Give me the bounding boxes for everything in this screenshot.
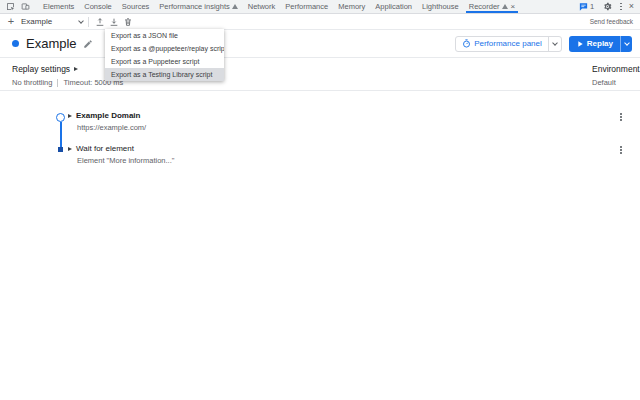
settings-gear-icon[interactable]	[601, 1, 613, 13]
summary-divider	[57, 79, 58, 87]
menu-item-export-testing-library[interactable]: Export as a Testing Library script	[105, 68, 224, 81]
replay-button[interactable]: Replay	[569, 36, 632, 52]
environment-value: Default	[592, 78, 616, 87]
tab-recorder[interactable]: Recorder ×	[464, 0, 521, 13]
chevron-down-icon	[552, 40, 558, 46]
export-menu: Export as a JSON file Export as a @puppe…	[105, 29, 224, 81]
feedback-bubble-icon	[579, 3, 588, 11]
expand-caret-icon[interactable]	[68, 147, 72, 151]
create-recording-button[interactable]: +	[6, 16, 16, 27]
menu-item-export-json[interactable]: Export as a JSON file	[105, 29, 224, 42]
replay-settings-label: Replay settings	[12, 64, 70, 74]
issues-count: 1	[590, 2, 594, 11]
replay-settings-toggle[interactable]: Replay settings	[12, 64, 78, 74]
step-menu-icon[interactable]	[620, 146, 622, 154]
performance-panel-menu-arrow[interactable]	[548, 37, 561, 51]
menu-item-export-puppeteer-replay[interactable]: Export as a @puppeteer/replay script	[105, 42, 224, 55]
recorder-toolbar: + Example Send feedback	[0, 14, 640, 30]
step-detail: https://example.com/	[77, 123, 146, 132]
recording-dot-icon	[12, 40, 19, 47]
step-wait-for-element[interactable]: Wait for element Element "More informati…	[68, 144, 174, 165]
devtools-window: Elements Console Sources Performance ins…	[0, 0, 640, 400]
tab-performance-insights[interactable]: Performance insights	[154, 0, 242, 13]
environment-label: Environment	[592, 64, 640, 74]
settings-section: Replay settings No throttling Timeout: 5…	[0, 58, 640, 91]
recording-select[interactable]: Example	[21, 17, 83, 26]
devtools-tabbar: Elements Console Sources Performance ins…	[0, 0, 640, 14]
edit-title-icon[interactable]	[83, 39, 93, 49]
tab-console[interactable]: Console	[79, 0, 117, 13]
replay-menu-arrow[interactable]	[620, 36, 632, 52]
header-buttons: Performance panel Replay	[455, 36, 640, 52]
timeline-line	[60, 122, 62, 148]
performance-panel-label: Performance panel	[474, 39, 542, 48]
chevron-down-icon	[624, 40, 630, 46]
step-title: Example Domain	[76, 111, 140, 120]
close-tab-icon[interactable]: ×	[511, 3, 516, 11]
step-title: Wait for element	[76, 144, 134, 153]
tab-network[interactable]: Network	[243, 0, 281, 13]
panel-tabs: Elements Console Sources Performance ins…	[38, 0, 520, 13]
import-recording-button[interactable]	[108, 16, 120, 28]
performance-panel-button[interactable]: Performance panel	[455, 36, 562, 52]
menu-item-export-puppeteer[interactable]: Export as a Puppeteer script	[105, 55, 224, 68]
recording-select-value: Example	[21, 17, 52, 26]
tab-sources[interactable]: Sources	[117, 0, 155, 13]
delete-recording-button[interactable]	[122, 16, 134, 28]
play-icon	[576, 40, 584, 48]
more-options-icon[interactable]	[620, 3, 622, 11]
tabbar-right-controls: 1 ×	[579, 1, 640, 13]
send-feedback-link[interactable]: Send feedback	[590, 18, 640, 25]
throttling-value: No throttling	[12, 78, 52, 87]
tab-lighthouse[interactable]: Lighthouse	[417, 0, 464, 13]
tab-performance[interactable]: Performance	[280, 0, 333, 13]
tab-memory[interactable]: Memory	[333, 0, 370, 13]
tab-application[interactable]: Application	[370, 0, 417, 13]
inspect-element-icon[interactable]	[4, 1, 16, 13]
tab-elements[interactable]: Elements	[38, 0, 79, 13]
recording-header: Example Performance panel Replay	[0, 30, 640, 58]
stopwatch-icon	[462, 39, 471, 48]
toolbar-divider	[88, 17, 89, 27]
collapsed-caret-icon	[74, 67, 78, 71]
timeline-step-marker	[58, 147, 63, 152]
expand-caret-icon[interactable]	[68, 114, 72, 118]
issues-indicator[interactable]: 1	[579, 2, 594, 11]
step-menu-icon[interactable]	[620, 113, 622, 121]
replay-label: Replay	[587, 39, 613, 48]
device-toolbar-icon[interactable]	[19, 1, 31, 13]
warning-icon	[232, 4, 238, 9]
step-detail: Element "More information..."	[77, 156, 174, 165]
export-recording-button[interactable]	[94, 16, 106, 28]
chevron-down-icon	[78, 18, 84, 24]
recording-title: Example	[26, 36, 77, 51]
close-devtools-icon[interactable]: ×	[629, 2, 634, 11]
step-navigate[interactable]: Example Domain https://example.com/	[68, 111, 146, 132]
warning-icon	[502, 4, 508, 9]
tabbar-lead-icons	[4, 1, 31, 13]
timeline-start-marker	[56, 113, 65, 122]
